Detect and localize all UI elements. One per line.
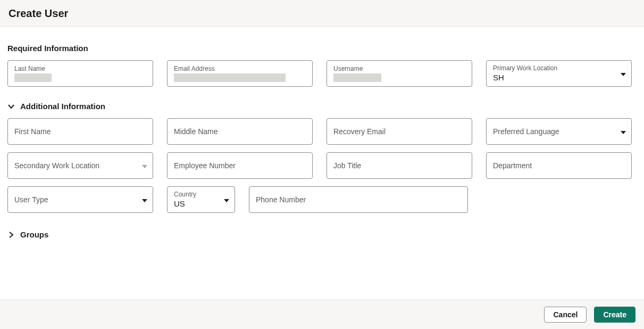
primary-work-location-value: SH (493, 73, 625, 83)
employee-number-field[interactable]: Employee Number (167, 152, 313, 179)
recovery-email-field[interactable]: Recovery Email (327, 118, 472, 145)
username-value (333, 73, 381, 82)
page-header: Create User (0, 0, 644, 27)
footer: Cancel Create (0, 300, 644, 329)
email-field[interactable]: Email Address (167, 60, 313, 87)
groups-title: Groups (20, 230, 48, 239)
preferred-language-select[interactable]: Preferred Language (486, 118, 632, 145)
preferred-language-label: Preferred Language (493, 127, 625, 136)
groups-toggle[interactable]: Groups (7, 230, 637, 239)
user-type-label: User Type (14, 195, 146, 204)
job-title-label: Job Title (333, 161, 465, 170)
country-label: Country (174, 191, 228, 198)
required-info-grid: Last Name Email Address Username Primary… (7, 60, 637, 87)
country-select[interactable]: Country US (167, 186, 235, 213)
create-user-page: Create User Required Information Last Na… (0, 0, 644, 329)
additional-info-grid-1: First Name Middle Name Recovery Email Pr… (7, 118, 637, 179)
middle-name-field[interactable]: Middle Name (167, 118, 313, 145)
additional-info-title: Additional Information (20, 102, 105, 111)
create-button[interactable]: Create (594, 307, 635, 323)
last-name-value (14, 73, 52, 82)
primary-work-location-select[interactable]: Primary Work Location SH (486, 60, 632, 87)
page-title: Create User (9, 7, 635, 20)
last-name-label: Last Name (14, 65, 146, 72)
department-label: Department (493, 161, 625, 170)
phone-number-label: Phone Number (256, 195, 461, 204)
user-type-select[interactable]: User Type (7, 186, 153, 213)
email-label: Email Address (174, 65, 306, 72)
first-name-field[interactable]: First Name (7, 118, 153, 145)
department-field[interactable]: Department (486, 152, 632, 179)
required-info-title: Required Information (7, 44, 637, 53)
primary-work-location-label: Primary Work Location (493, 64, 625, 72)
secondary-work-location-select[interactable]: Secondary Work Location (7, 152, 153, 179)
cancel-button[interactable]: Cancel (544, 307, 587, 323)
email-value (174, 73, 286, 82)
additional-info-grid-2: User Type Country US Phone Number (7, 186, 637, 213)
middle-name-label: Middle Name (174, 127, 306, 136)
job-title-field[interactable]: Job Title (327, 152, 472, 179)
username-field[interactable]: Username (327, 60, 472, 87)
recovery-email-label: Recovery Email (333, 127, 465, 136)
chevron-right-icon (7, 231, 15, 238)
last-name-field[interactable]: Last Name (7, 60, 153, 87)
form-body: Required Information Last Name Email Add… (0, 27, 644, 294)
username-label: Username (333, 65, 465, 72)
chevron-down-icon (7, 103, 15, 110)
employee-number-label: Employee Number (174, 161, 306, 170)
first-name-label: First Name (14, 127, 146, 136)
phone-number-field[interactable]: Phone Number (249, 186, 468, 213)
country-value: US (174, 199, 228, 209)
secondary-work-location-label: Secondary Work Location (14, 161, 146, 170)
additional-info-toggle[interactable]: Additional Information (7, 102, 637, 111)
